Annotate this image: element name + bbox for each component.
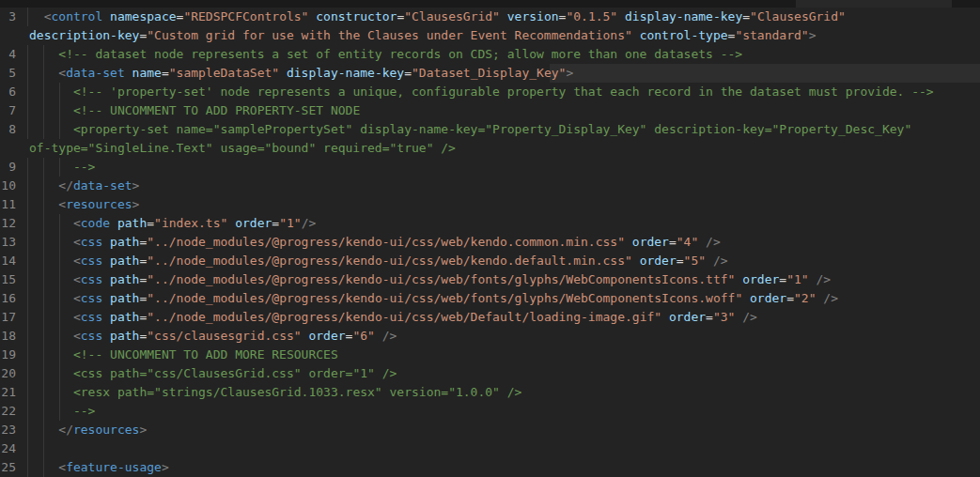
token-s: "4" [677,235,698,249]
code-text: <css path="css/ClausesGrid.css" order="1… [29,364,397,383]
token-s: "5" [684,254,706,268]
line-number: 15 [0,270,16,289]
code-line-8[interactable]: 8 <property-set name="samplePropertySet"… [0,120,980,139]
code-text: <data-set name="sampleDataSet" display-n… [29,64,573,83]
code-line-12[interactable]: 12 <code path="index.ts" order="1"/> [0,214,980,233]
code-line-5[interactable]: 5 <data-set name="sampleDataSet" display… [0,64,980,83]
code-text: <code path="index.ts" order="1"/> [29,214,316,233]
code-editor[interactable]: 3 <control namespace="REDSPCFControls" c… [0,8,980,477]
code-line-16[interactable]: 16 <css path="../node_modules/@progress/… [0,289,980,308]
token-w [632,28,640,42]
indent-guide [27,402,28,421]
token-w [29,385,73,399]
token-p: > [566,66,573,80]
token-s: "ClausesGrid" [750,9,846,23]
token-e: = [779,272,786,286]
token-e: = [147,216,154,230]
token-t: data-set [66,66,125,80]
token-c: <property-set name="samplePropertySet" d… [73,122,911,136]
token-a: order [750,291,786,305]
token-t: control [51,9,102,23]
code-line-23[interactable]: 23 </resources> [0,421,980,439]
code-line-wrap[interactable]: description-key="Custom grid for use wit… [0,26,980,45]
token-t: css [81,254,102,268]
token-w [29,310,73,324]
token-s: "../node_modules/@progress/kendo-ui/css/… [147,291,742,305]
token-s: "1" [786,272,808,286]
token-p: /> [302,216,317,230]
code-line-10[interactable]: 10 </data-set> [0,177,980,195]
code-line-17[interactable]: 17 <css path="../node_modules/@progress/… [0,308,980,327]
token-w [29,197,58,211]
code-line-24[interactable]: 24 [0,439,980,458]
token-w [102,272,110,286]
code-line-14[interactable]: 14 <css path="../node_modules/@progress/… [0,252,980,270]
token-p: < [73,272,81,286]
token-s: "REDSPCFControls" [183,9,308,23]
indent-guide [27,346,28,364]
token-c: <!-- UNCOMMENT TO ADD PROPERTY-SET NODE [73,103,360,117]
code-line-7[interactable]: 7 <!-- UNCOMMENT TO ADD PROPERTY-SET NOD… [0,101,980,120]
code-line-22[interactable]: 22 --> [0,402,980,421]
token-a: path [110,310,139,324]
indent-guide [27,252,28,270]
token-s: "../node_modules/@progress/kendo-ui/css/… [147,254,632,268]
token-p: < [73,235,81,249]
code-text: <css path="../node_modules/@progress/ken… [29,252,728,270]
token-p: < [73,291,81,305]
token-p: > [132,197,140,211]
code-text: <feature-usage> [29,458,169,477]
code-line-9[interactable]: 9 --> [0,158,980,177]
code-line-20[interactable]: 20 <css path="css/ClausesGrid.css" order… [0,364,980,383]
code-line-21[interactable]: 21 <resx path="strings/ClausesGrid.1033.… [0,383,980,402]
token-c: --> [73,160,95,174]
token-a: namespace [110,9,176,23]
token-w [102,291,110,305]
indent-guide [27,45,28,64]
code-line-3[interactable]: 3 <control namespace="REDSPCFControls" c… [0,8,980,26]
code-line-13[interactable]: 13 <css path="../node_modules/@progress/… [0,233,980,252]
code-line-19[interactable]: 19 <!-- UNCOMMENT TO ADD MORE RESOURCES [0,346,980,364]
token-w [29,9,44,23]
token-w [29,404,73,418]
line-number: 17 [0,308,16,327]
line-number: 7 [0,101,16,120]
code-line-wrap[interactable]: of-type="SingleLine.Text" usage="bound" … [0,139,980,158]
token-s: "index.ts" [154,216,227,230]
code-line-6[interactable]: 6 <!-- 'property-set' node represents a … [0,83,980,101]
token-a: name [132,66,162,80]
token-w [102,329,110,343]
token-a: display-name-key [625,9,742,23]
token-a: path [117,216,147,230]
code-line-15[interactable]: 15 <css path="../node_modules/@progress/… [0,270,980,289]
token-w [29,160,73,174]
indent-guide [27,327,28,346]
token-p: < [73,216,81,230]
token-p: < [58,460,66,474]
token-s: "sampleDataSet" [169,66,279,80]
indent-guide [27,83,28,101]
token-s: "css/clausesgrid.css" [147,329,301,343]
token-t: css [81,272,102,286]
code-line-25[interactable]: 25 <feature-usage> [0,458,980,477]
token-p: /> [706,235,721,249]
code-line-11[interactable]: 11 <resources> [0,195,980,214]
indent-guide [43,439,44,458]
token-t: code [81,216,110,230]
line-number: 19 [0,346,16,364]
indent-guide [27,383,28,402]
token-w [29,178,58,192]
token-s: "ClausesGrid" [404,9,500,23]
token-a: path [110,329,139,343]
token-t: data-set [73,178,132,192]
token-c: <!-- UNCOMMENT TO ADD MORE RESOURCES [73,347,338,362]
code-line-18[interactable]: 18 <css path="css/clausesgrid.css" order… [0,327,980,346]
code-line-4[interactable]: 4 <!-- dataset node represents a set of … [0,45,980,64]
token-p: < [73,329,81,343]
token-e: = [677,254,684,268]
line-number: 24 [0,439,16,458]
token-p: > [132,178,140,192]
token-w [29,291,73,305]
token-w [661,310,669,324]
token-s: "6" [352,329,374,343]
